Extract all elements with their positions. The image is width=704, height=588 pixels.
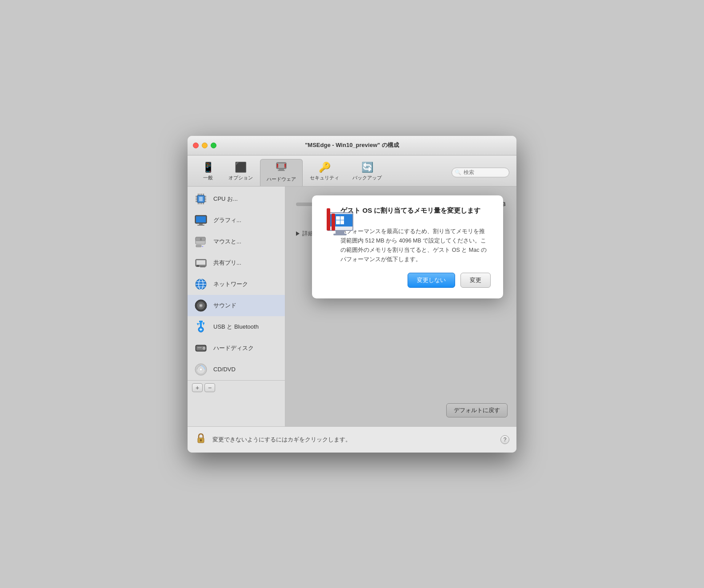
- svg-rect-6: [284, 165, 286, 166]
- svg-point-63: [200, 368, 202, 371]
- general-icon: 📱: [202, 162, 214, 173]
- maximize-button[interactable]: [211, 143, 216, 148]
- shared-icon: [194, 256, 208, 270]
- svg-rect-29: [196, 216, 206, 222]
- sidebar-item-graphics[interactable]: グラフィ...: [188, 210, 285, 231]
- tab-hardware-label: ハードウェア: [267, 176, 296, 183]
- sidebar-label-graphics: グラフィ...: [213, 216, 241, 224]
- bottom-bar-text: 変更できないようにするにはカギをクリックします。: [212, 436, 495, 444]
- search-wrap: 🔍: [452, 167, 509, 177]
- dialog-header: ゲスト OS に割り当てるメモリ量を変更しますか? パフォーマンスを最高にするた…: [324, 206, 491, 265]
- toolbar: 📱 一般 ⬛ オプション: [188, 155, 516, 187]
- dialog-body: パフォーマンスを最高にするため、割り当てメモリを推奨範囲内 512 MB から …: [340, 227, 491, 265]
- sidebar-item-sound[interactable]: サウンド: [188, 295, 285, 316]
- win-quad-1: [336, 216, 340, 220]
- tab-security[interactable]: 🔑 セキュリティ: [304, 159, 345, 186]
- win-quad-2: [340, 216, 344, 220]
- sidebar-label-cpu: CPU お...: [213, 195, 238, 203]
- search-input[interactable]: [452, 167, 509, 177]
- tab-backup-label: バックアップ: [352, 175, 382, 181]
- sidebar-item-hdd[interactable]: ハードディスク: [188, 338, 285, 359]
- close-button[interactable]: [193, 143, 199, 148]
- parallels-bars: [327, 206, 335, 230]
- svg-point-59: [204, 347, 205, 349]
- dialog-cancel-button[interactable]: 変更しない: [408, 273, 455, 288]
- svg-rect-5: [284, 164, 286, 165]
- minimize-button[interactable]: [202, 143, 208, 148]
- tab-option[interactable]: ⬛ オプション: [222, 159, 259, 186]
- svg-rect-31: [197, 225, 204, 226]
- svg-rect-35: [196, 245, 201, 247]
- svg-rect-34: [200, 238, 202, 241]
- dvd-icon: [194, 362, 208, 377]
- hardware-icon: [276, 162, 287, 175]
- sidebar-bottom: + −: [188, 380, 285, 395]
- sidebar-label-network: ネットワーク: [213, 280, 248, 288]
- tab-hardware[interactable]: ハードウェア: [260, 159, 303, 186]
- dialog-box: ゲスト OS に割り当てるメモリ量を変更しますか? パフォーマンスを最高にするた…: [312, 195, 503, 298]
- svg-rect-30: [199, 223, 203, 225]
- titlebar: "MSEdge - Win10_preview" の構成: [188, 136, 516, 155]
- svg-rect-51: [199, 321, 203, 322]
- tab-security-label: セキュリティ: [310, 175, 339, 181]
- sidebar-item-dvd[interactable]: CD/DVD: [188, 359, 285, 380]
- security-icon: 🔑: [319, 162, 331, 173]
- sidebar-item-cpu[interactable]: CPU お...: [188, 188, 285, 210]
- sidebar-label-shared: 共有プリ...: [213, 259, 241, 267]
- svg-rect-8: [279, 169, 284, 170]
- monitor-base: [333, 234, 347, 235]
- parallels-icon: [324, 206, 333, 237]
- mouse-icon: [194, 234, 208, 249]
- remove-item-button[interactable]: −: [204, 383, 215, 392]
- svg-point-54: [197, 323, 199, 324]
- detail-panel: 8 GB 推奨 詳細設定 デフォルトに戻す: [285, 187, 516, 426]
- add-item-button[interactable]: +: [192, 383, 203, 392]
- sidebar-label-sound: サウンド: [213, 302, 236, 310]
- svg-rect-38: [196, 260, 205, 265]
- svg-rect-7: [284, 167, 286, 167]
- window-title: "MSEdge - Win10_preview" の構成: [305, 141, 399, 149]
- svg-rect-2: [277, 164, 278, 165]
- graphics-icon: [194, 213, 208, 227]
- svg-rect-40: [200, 266, 205, 267]
- traffic-lights: [193, 143, 216, 148]
- bottom-bar: 変更できないようにするにはカギをクリックします。 ?: [188, 426, 516, 453]
- sidebar-label-dvd: CD/DVD: [213, 366, 236, 373]
- svg-rect-1: [277, 163, 285, 168]
- parallels-bar-2: [332, 214, 335, 230]
- backup-icon: 🔄: [361, 162, 373, 173]
- tab-general-label: 一般: [203, 175, 213, 181]
- sidebar-item-usb[interactable]: USB と Bluetooth: [188, 316, 285, 338]
- dialog-overlay: ゲスト OS に割り当てるメモリ量を変更しますか? パフォーマンスを最高にするた…: [285, 187, 516, 426]
- help-button[interactable]: ?: [500, 435, 509, 444]
- dialog-title: ゲスト OS に割り当てるメモリ量を変更しますか?: [340, 206, 491, 223]
- monitor-stand: [336, 231, 344, 234]
- svg-rect-55: [203, 322, 204, 324]
- sidebar-item-network[interactable]: ネットワーク: [188, 274, 285, 295]
- tab-general[interactable]: 📱 一般: [195, 159, 221, 186]
- sidebar-item-mouse[interactable]: マウスと...: [188, 231, 285, 252]
- svg-rect-9: [278, 170, 285, 171]
- main-content: CPU お... グラフィ...: [188, 187, 516, 426]
- hdd-icon: [194, 341, 208, 355]
- option-icon: ⬛: [235, 162, 247, 173]
- svg-rect-11: [199, 197, 203, 201]
- dialog-buttons: 変更しない 変更: [324, 273, 491, 288]
- windows-logo: [336, 216, 344, 224]
- lock-icon[interactable]: [195, 432, 207, 447]
- usb-icon: [194, 320, 208, 334]
- sidebar: CPU お... グラフィ...: [188, 187, 285, 426]
- tab-backup[interactable]: 🔄 バックアップ: [346, 159, 388, 186]
- sidebar-label-usb: USB と Bluetooth: [213, 323, 259, 331]
- cpu-icon: [194, 192, 208, 206]
- win-quad-4: [340, 220, 344, 224]
- dialog-ok-button[interactable]: 変更: [460, 273, 491, 288]
- sidebar-label-mouse: マウスと...: [213, 238, 241, 246]
- sidebar-item-shared[interactable]: 共有プリ...: [188, 252, 285, 274]
- svg-rect-39: [196, 265, 199, 267]
- svg-point-50: [200, 305, 201, 306]
- network-icon: [194, 277, 208, 291]
- main-window: "MSEdge - Win10_preview" の構成 📱 一般 ⬛ オプショ…: [188, 136, 516, 453]
- dialog-text-area: ゲスト OS に割り当てるメモリ量を変更しますか? パフォーマンスを最高にするた…: [340, 206, 491, 265]
- svg-rect-66: [200, 440, 201, 441]
